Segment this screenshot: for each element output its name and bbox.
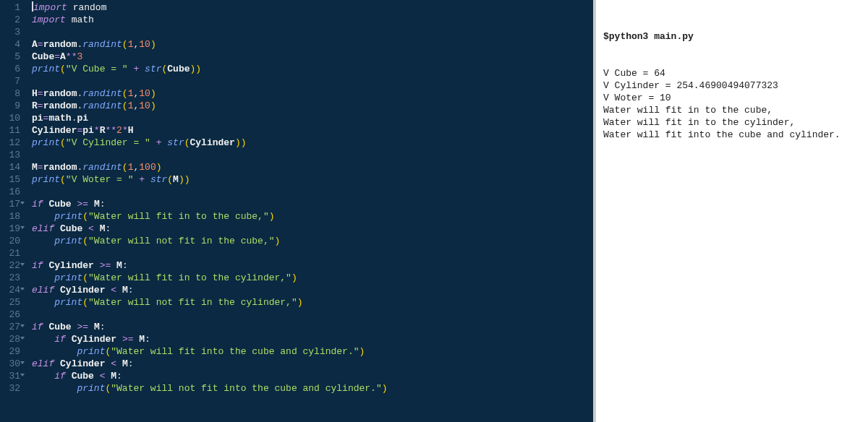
code-line[interactable]: if Cube >= M: xyxy=(32,321,593,333)
line-number: 6 xyxy=(0,63,20,75)
terminal-command: $python3 main.py xyxy=(603,30,861,43)
code-line[interactable]: print("Water will not fit in the cube,") xyxy=(32,235,593,247)
code-line[interactable]: print("Water will fit in to the cube,") xyxy=(32,210,593,223)
code-line[interactable]: if Cylinder >= M: xyxy=(32,333,593,345)
line-number: 22 xyxy=(0,259,20,272)
code-line[interactable]: import math xyxy=(32,14,593,26)
line-number: 19 xyxy=(0,223,20,235)
code-line[interactable] xyxy=(32,186,593,198)
line-number: 17 xyxy=(0,198,20,210)
line-number: 30 xyxy=(0,358,20,370)
line-number: 10 xyxy=(0,112,20,124)
code-line[interactable]: pi=math.pi xyxy=(32,112,593,124)
line-number: 14 xyxy=(0,161,20,173)
code-line[interactable]: print("Water will fit in to the cylinder… xyxy=(32,272,593,284)
line-number: 29 xyxy=(0,345,20,358)
terminal-output-line: V Cylinder = 254.46900494077323 xyxy=(603,79,861,92)
code-line[interactable]: elif Cylinder < M: xyxy=(32,358,593,370)
line-number: 16 xyxy=(0,186,20,198)
code-line[interactable]: elif Cube < M: xyxy=(32,223,593,235)
terminal-output-line: V Woter = 10 xyxy=(603,92,861,104)
line-number: 13 xyxy=(0,149,20,161)
code-line[interactable]: elif Cylinder < M: xyxy=(32,284,593,296)
line-number: 21 xyxy=(0,247,20,259)
terminal-output-pane[interactable]: $python3 main.py V Cube = 64V Cylinder =… xyxy=(596,0,868,422)
line-number: 2 xyxy=(0,14,20,26)
terminal-output-body: V Cube = 64V Cylinder = 254.469004940773… xyxy=(603,67,861,141)
line-number: 4 xyxy=(0,38,20,51)
code-line[interactable] xyxy=(32,26,593,38)
code-line[interactable]: print("V Cylinder = " + str(Cylinder)) xyxy=(32,137,593,149)
line-number: 5 xyxy=(0,51,20,63)
line-number: 32 xyxy=(0,382,20,395)
line-number: 1 xyxy=(0,1,20,14)
terminal-output-line: V Cube = 64 xyxy=(603,67,861,79)
code-line[interactable] xyxy=(32,75,593,87)
code-line[interactable]: import random xyxy=(32,1,593,14)
line-number: 7 xyxy=(0,75,20,87)
code-editor-pane[interactable]: 1234567891011121314151617181920212223242… xyxy=(0,0,593,422)
terminal-output-line: Water will fit in to the cube, xyxy=(603,104,861,116)
line-number: 20 xyxy=(0,235,20,247)
line-number: 3 xyxy=(0,26,20,38)
code-line[interactable]: if Cube >= M: xyxy=(32,198,593,210)
code-line[interactable]: Cylinder=pi*R**2*H xyxy=(32,124,593,137)
code-line[interactable]: if Cylinder >= M: xyxy=(32,259,593,272)
code-line[interactable]: H=random.randint(1,10) xyxy=(32,87,593,100)
line-number: 25 xyxy=(0,296,20,309)
line-number: 8 xyxy=(0,87,20,100)
code-line[interactable]: print("V Cube = " + str(Cube)) xyxy=(32,63,593,75)
terminal-output-line: Water will fit in to the cylinder, xyxy=(603,116,861,129)
code-line[interactable]: R=random.randint(1,10) xyxy=(32,100,593,112)
terminal-output-line: Water will fit into the cube and cylinde… xyxy=(603,129,861,141)
line-number: 24 xyxy=(0,284,20,296)
line-number: 27 xyxy=(0,321,20,333)
code-line[interactable] xyxy=(32,247,593,259)
code-line[interactable]: if Cube < M: xyxy=(32,370,593,382)
line-number-gutter: 1234567891011121314151617181920212223242… xyxy=(0,1,26,422)
code-line[interactable]: print("Water will fit into the cube and … xyxy=(32,345,593,358)
code-area[interactable]: import randomimport mathA=random.randint… xyxy=(26,1,593,422)
line-number: 11 xyxy=(0,124,20,137)
code-line[interactable]: M=random.randint(1,100) xyxy=(32,161,593,173)
code-line[interactable]: print("V Woter = " + str(M)) xyxy=(32,173,593,186)
line-number: 26 xyxy=(0,309,20,321)
line-number: 9 xyxy=(0,100,20,112)
line-number: 28 xyxy=(0,333,20,345)
line-number: 12 xyxy=(0,137,20,149)
code-line[interactable] xyxy=(32,149,593,161)
code-line[interactable]: Cube=A**3 xyxy=(32,51,593,63)
code-line[interactable]: print("Water will not fit into the cube … xyxy=(32,382,593,395)
line-number: 31 xyxy=(0,370,20,382)
line-number: 23 xyxy=(0,272,20,284)
code-line[interactable]: A=random.randint(1,10) xyxy=(32,38,593,51)
code-line[interactable] xyxy=(32,309,593,321)
line-number: 15 xyxy=(0,173,20,186)
code-line[interactable]: print("Water will not fit in the cylinde… xyxy=(32,296,593,309)
line-number: 18 xyxy=(0,210,20,223)
